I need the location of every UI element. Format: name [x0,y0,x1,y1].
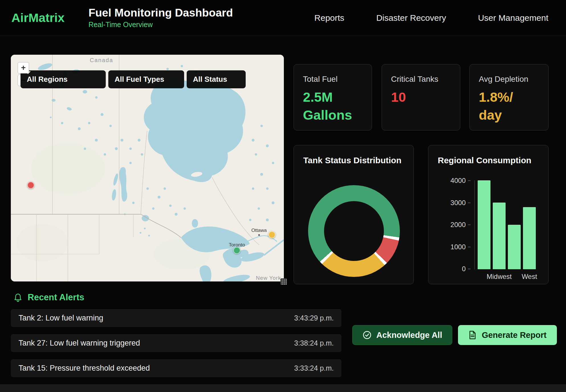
stat-value: 2.5M Gallons [303,88,363,124]
alert-time: 3:38:24 p.m. [294,339,334,347]
bar-plot [475,180,541,269]
bar-yticks: 40003000200010000 [437,177,471,273]
map-zoom-in-button[interactable]: + [18,62,29,74]
y-tick-label: 3000 [451,199,471,207]
map-marker-warning[interactable] [268,231,275,238]
y-tick-label: 4000 [451,177,471,185]
title-block: Fuel Monitoring Dashboard Real-Time Over… [88,7,233,29]
alert-message: Tank 15: Pressure threshold exceeded [19,364,150,373]
document-icon [468,330,477,340]
bar-category-label: Midwest [493,273,506,281]
y-tick-label: 2000 [451,221,471,229]
filter-regions-dropdown[interactable]: All Regions [21,70,106,88]
main-nav: Reports Disaster Recovery User Managemen… [314,13,548,23]
page-title: Fuel Monitoring Dashboard [88,7,233,19]
stat-value: 1.8%/ day [479,88,539,124]
bar-y-axis [474,180,475,270]
alert-row[interactable]: Tank 27: Low fuel warning triggered 3:38… [11,334,341,352]
acknowledge-all-button[interactable]: Acknowledge All [352,325,452,345]
stat-card-critical-tanks: Critical Tanks 10 [382,64,460,130]
generate-report-button[interactable]: Generate Report [458,325,557,345]
regional-consumption-card: Regional Consumption 40003000200010000 M… [428,145,549,284]
filter-status-dropdown[interactable]: All Status [187,70,246,88]
brand-logo: AirMatrix [11,11,64,25]
map-panel: Canada Ottawa Toronto New York + − All R… [11,55,284,281]
nav-item-user-management[interactable]: User Management [478,13,548,23]
stat-card-avg-depletion: Avg Depletion 1.8%/ day [469,64,549,130]
map-filter-bar: All Regions All Fuel Types All Status [21,70,246,88]
bar-series-2 [508,225,521,269]
stat-value: 10 [391,88,451,106]
alert-time: 3:43:29 p.m. [294,314,334,322]
bar-xlabels: MidwestWest [475,273,541,281]
tank-status-distribution-card: Tank Status Distribution [294,145,414,284]
bar-Midwest [493,203,506,269]
nav-item-reports[interactable]: Reports [314,13,344,23]
acknowledge-all-label: Acknowledge All [376,330,442,340]
filter-regions-label: All Regions [27,75,68,84]
nav-item-disaster-recovery[interactable]: Disaster Recovery [376,13,446,23]
recent-alerts-title: Recent Alerts [28,292,84,303]
donut-hole [324,201,384,261]
map-resize-handle-icon[interactable] [280,278,287,285]
map-marker-normal[interactable] [233,247,241,254]
bar-series-0 [478,180,490,269]
footer-bar [0,384,566,392]
bell-icon [14,293,22,302]
stat-label: Avg Depletion [479,75,539,84]
check-circle-icon [363,330,372,340]
bar-category-label [508,273,521,281]
alert-message: Tank 27: Low fuel warning triggered [19,339,140,348]
map-marker-critical[interactable] [27,181,34,189]
alert-time: 3:33:24 p.m. [294,364,334,372]
donut-chart [308,185,400,277]
alert-row[interactable]: Tank 15: Pressure threshold exceeded 3:3… [11,359,341,377]
stat-card-total-fuel: Total Fuel 2.5M Gallons [294,64,372,130]
filter-fuel-types-label: All Fuel Types [115,75,164,84]
alert-message: Tank 2: Low fuel warning [19,314,103,322]
filter-status-label: All Status [193,75,227,84]
generate-report-label: Generate Report [482,330,546,340]
stat-label: Total Fuel [303,75,363,84]
chart-title: Regional Consumption [428,145,548,165]
chart-title: Tank Status Distribution [294,145,414,165]
app-header: AirMatrix Fuel Monitoring Dashboard Real… [0,0,566,36]
stat-label: Critical Tanks [391,75,451,84]
y-tick-label: 0 [462,265,471,273]
page-subtitle: Real-Time Overview [88,21,233,29]
recent-alerts-heading: Recent Alerts [14,292,84,303]
bar-West [523,207,536,269]
y-tick-label: 1000 [451,243,471,251]
map-marker-layer [11,55,284,281]
filter-fuel-types-dropdown[interactable]: All Fuel Types [108,70,184,88]
bar-category-label: West [523,273,536,281]
alert-row[interactable]: Tank 2: Low fuel warning 3:43:29 p.m. [11,309,341,327]
